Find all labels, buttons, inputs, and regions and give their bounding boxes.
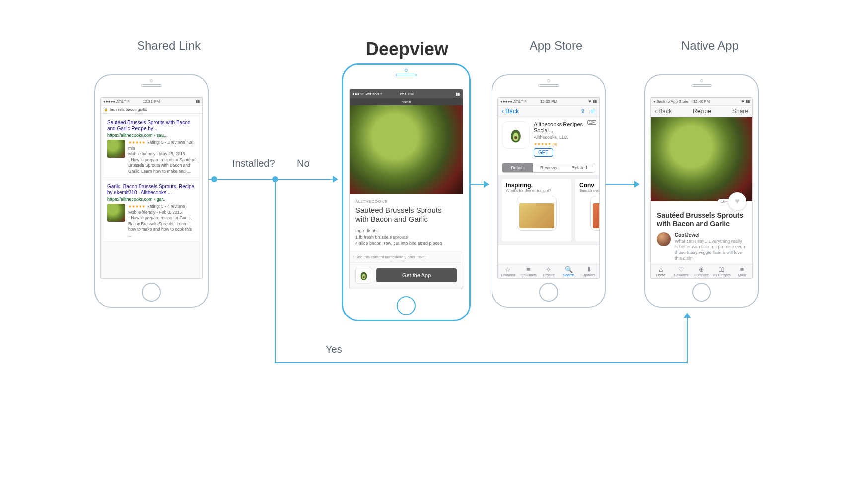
segment-details[interactable]: Details bbox=[502, 163, 533, 172]
star-icon: ★★★★★ bbox=[128, 140, 145, 145]
phone-app-store: ●●●●● AT&T ᯤ12:33 PM✱ ▮▮ ‹ Back ⇪ ≣ Allt… bbox=[492, 74, 606, 308]
phone-shared-link: ●●●●● AT&T ᯤ 12:31 PM ▮▮ 🔒brussels bacon… bbox=[94, 74, 209, 308]
ingredient-line: 1 lb fresh brussels sprouts bbox=[355, 234, 457, 241]
promo-card: Inspiring. What's for dinner tonight? bbox=[502, 179, 571, 241]
svg-point-2 bbox=[363, 276, 365, 278]
commenter-name: CoolJewel bbox=[675, 232, 746, 238]
promo-scroller[interactable]: Inspiring. What's for dinner tonight? Co… bbox=[498, 175, 599, 245]
nav-title: Recipe bbox=[693, 108, 711, 115]
appstore-tabbar: ☆Featured ≡Top Charts ✧Explore 🔍Search ⬇… bbox=[498, 264, 599, 278]
get-app-button[interactable]: Get the App bbox=[376, 268, 457, 282]
flow-line-yes-v1 bbox=[275, 179, 276, 363]
arrow-right-to-appstore bbox=[484, 181, 489, 188]
status-bar: ◂ Back to App Store12:40 PM✱ ▮▮ bbox=[651, 98, 752, 106]
tab-featured[interactable]: ☆Featured bbox=[498, 264, 518, 278]
tab-compose[interactable]: ⊕Compose bbox=[692, 264, 712, 278]
tab-updates[interactable]: ⬇Updates bbox=[579, 264, 599, 278]
list-icon[interactable]: ≣ bbox=[590, 108, 595, 115]
heart-icon[interactable]: ♥ bbox=[728, 192, 746, 210]
phone-deepview: ●●●○○ Verizon ᯤ3:51 PM▮▮ bnc.lt ALLTHECO… bbox=[342, 63, 471, 321]
hero-image bbox=[350, 105, 463, 194]
status-bar: ●●●○○ Verizon ᯤ3:51 PM▮▮ bbox=[350, 89, 463, 98]
get-button[interactable]: GET bbox=[534, 148, 553, 157]
back-button[interactable]: ‹ Back bbox=[502, 108, 519, 115]
deepview-card: ALLTHECOOKS Sauteed Brussels Sprouts wit… bbox=[350, 194, 463, 252]
label-shared-link: Shared Link bbox=[109, 39, 228, 53]
flow-node-start bbox=[211, 176, 217, 182]
segment-reviews[interactable]: Reviews bbox=[533, 163, 564, 172]
search-result-2[interactable]: Garlic, Bacon Brussels Sprouts. Recipe b… bbox=[104, 181, 199, 242]
share-icon[interactable]: ⇪ bbox=[580, 108, 585, 115]
tab-my-recipes[interactable]: 🕮My Recipes bbox=[711, 264, 732, 278]
label-no: No bbox=[297, 158, 310, 169]
ingredients-heading: Ingredients: bbox=[355, 228, 457, 234]
app-publisher: Allthecooks, LLC. bbox=[534, 135, 595, 140]
install-hint: See this content immediately after insta… bbox=[350, 252, 463, 263]
label-app-store: App Store bbox=[496, 39, 616, 53]
comment-row: CoolJewel What can I say... Everything r… bbox=[651, 232, 752, 262]
ingredient-line: 4 slice bacon, raw, cut into bite sized … bbox=[355, 240, 457, 247]
url-bar: bnc.lt bbox=[350, 98, 463, 105]
app-name: Allthecooks Recipes - Social... bbox=[534, 121, 595, 134]
label-installed: Installed? bbox=[232, 158, 275, 169]
result-thumbnail bbox=[107, 140, 125, 158]
arrow-up-to-native bbox=[684, 313, 691, 318]
segmented-control[interactable]: Details Reviews Related bbox=[502, 163, 595, 173]
nav-bar: ‹ Back Recipe Share bbox=[651, 106, 752, 117]
label-deepview: Deepview bbox=[343, 39, 472, 60]
appstore-nav: ‹ Back ⇪ ≣ bbox=[498, 106, 599, 117]
search-result-1[interactable]: Sautéed Brussels Sprouts with Bacon and … bbox=[104, 117, 199, 178]
comment-text: What can I say... Everything really is b… bbox=[675, 239, 746, 262]
brand-label: ALLTHECOOKS bbox=[355, 199, 457, 204]
promo-card: Conv Search over 2 bbox=[575, 179, 599, 241]
tab-explore[interactable]: ✧Explore bbox=[539, 264, 559, 278]
segment-related[interactable]: Related bbox=[564, 163, 595, 172]
label-yes: Yes bbox=[326, 344, 342, 355]
phone-native-app: ◂ Back to App Store12:40 PM✱ ▮▮ ‹ Back R… bbox=[644, 74, 759, 308]
avatar[interactable] bbox=[657, 232, 671, 246]
status-bar: ●●●●● AT&T ᯤ 12:31 PM ▮▮ bbox=[101, 98, 202, 106]
label-native-app: Native App bbox=[650, 39, 770, 53]
address-bar[interactable]: 🔒brussels bacon garlic bbox=[101, 106, 202, 114]
flow-line-yes-h bbox=[275, 362, 688, 363]
recipe-hero: 1k+ ♥ bbox=[651, 117, 752, 201]
result-title: Sautéed Brussels Sprouts with Bacon and … bbox=[107, 120, 196, 132]
back-button[interactable]: ‹ Back bbox=[655, 108, 672, 115]
flow-line-1 bbox=[209, 179, 334, 180]
tab-favorites[interactable]: ♡Favorites bbox=[671, 264, 692, 278]
lock-icon: 🔒 bbox=[104, 108, 108, 112]
native-tabbar: ⌂Home ♡Favorites ⊕Compose 🕮My Recipes ≡M… bbox=[651, 264, 752, 278]
tab-more[interactable]: ≡More bbox=[732, 264, 752, 278]
flow-line-yes-v2 bbox=[687, 317, 688, 363]
flow-diagram: Shared Link Deepview App Store Native Ap… bbox=[65, 20, 779, 441]
app-icon bbox=[502, 121, 530, 149]
age-badge: 12+ bbox=[587, 120, 596, 125]
tab-search[interactable]: 🔍Search bbox=[559, 264, 579, 278]
flow-line-3 bbox=[606, 184, 636, 185]
result-title: Garlic, Bacon Brussels Sprouts. Recipe b… bbox=[107, 184, 196, 196]
app-icon bbox=[355, 267, 372, 284]
result-url: https://allthecooks.com › gar... bbox=[107, 197, 196, 202]
status-bar: ●●●●● AT&T ᯤ12:33 PM✱ ▮▮ bbox=[498, 98, 599, 106]
recipe-title: Sauteed Brussels Sprouts with Bacon and … bbox=[355, 206, 457, 224]
tab-home[interactable]: ⌂Home bbox=[651, 264, 671, 278]
arrow-right-to-native bbox=[634, 181, 640, 188]
arrow-right-to-deepview bbox=[333, 176, 338, 183]
result-thumbnail bbox=[107, 204, 125, 222]
svg-point-5 bbox=[514, 136, 517, 139]
share-button[interactable]: Share bbox=[732, 108, 748, 115]
result-url: https://allthecooks.com › sau... bbox=[107, 133, 196, 138]
tab-top-charts[interactable]: ≡Top Charts bbox=[518, 264, 539, 278]
app-rating: ★★★★★ (8) bbox=[534, 142, 595, 146]
star-icon: ★★★★★ bbox=[128, 204, 145, 209]
